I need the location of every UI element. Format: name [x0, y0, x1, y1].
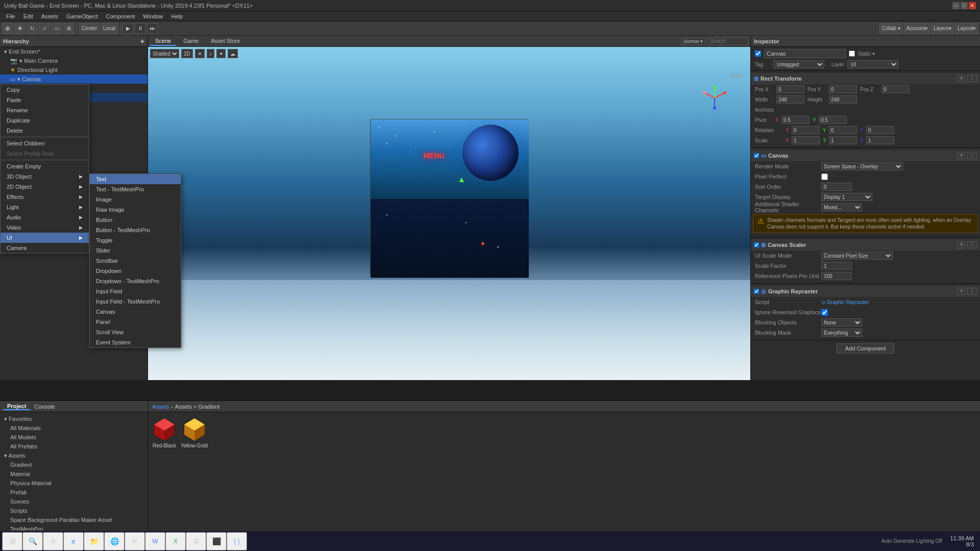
ui-scale-dropdown[interactable]: Constant Pixel Size [821, 252, 893, 260]
scale-factor-field[interactable] [821, 262, 852, 270]
toolbar-rect[interactable]: ▭ [51, 23, 62, 34]
lighting-btn[interactable]: ☀ [195, 49, 205, 58]
canvas-scaler-enable[interactable] [754, 242, 759, 247]
ctx-paste[interactable]: Paste [1, 95, 89, 105]
toolbar-move[interactable]: ✥ [14, 23, 26, 34]
console-tab[interactable]: Console [30, 404, 59, 410]
collab-btn[interactable]: Collab ▾ [879, 23, 903, 34]
play-btn[interactable]: ▶ [122, 23, 134, 34]
shader-channels-dropdown[interactable]: Mixed... [821, 203, 862, 211]
folder-assets[interactable]: ▾ Assets [2, 451, 145, 460]
folder-all-materials[interactable]: All Materials [2, 423, 145, 433]
pivot-y-field[interactable] [819, 116, 847, 124]
ui-slider[interactable]: Slider [90, 245, 181, 256]
hierarchy-directional-light[interactable]: ☀ Directional Light [0, 65, 148, 74]
canvas-enable[interactable] [754, 153, 759, 158]
layout-btn[interactable]: Layout▾ [955, 23, 978, 34]
width-field[interactable] [776, 95, 804, 104]
ui-raw-image[interactable]: Raw Image [90, 205, 181, 215]
menu-assets[interactable]: Assets [37, 12, 62, 20]
folder-gradient[interactable]: Gradient [2, 460, 145, 469]
menu-help[interactable]: Help [167, 12, 187, 20]
ctx-delete[interactable]: Delete [1, 126, 89, 136]
toolbar-center[interactable]: Center [79, 23, 100, 34]
folder-scenes[interactable]: Scenes [2, 497, 145, 506]
win-mail-btn[interactable]: ✉ [125, 532, 145, 550]
scale-x-field[interactable] [792, 136, 820, 144]
account-btn[interactable]: Account▾ [904, 23, 930, 34]
tab-asset-store[interactable]: Asset Store [206, 37, 245, 46]
project-tab[interactable]: Project [3, 403, 30, 410]
ctx-video[interactable]: Video ▶ [1, 222, 89, 233]
folder-scripts[interactable]: Scripts [2, 506, 145, 515]
ui-input-field-tmp[interactable]: Input Field - TextMeshPro [90, 296, 181, 307]
tag-dropdown[interactable]: Untagged [773, 60, 824, 68]
folder-material[interactable]: Material [2, 469, 145, 479]
rot-x-field[interactable] [792, 126, 820, 134]
win-chrome-btn[interactable]: 🌐 [104, 532, 125, 550]
scale-z-field[interactable] [866, 136, 894, 144]
assets-breadcrumb-gradient[interactable]: Assets > Gradient [175, 404, 220, 410]
ignore-reversed-cb[interactable] [821, 309, 828, 316]
canvas-question[interactable]: ? [958, 152, 965, 159]
ctx-effects[interactable]: Effects ▶ [1, 192, 89, 202]
folder-prefab[interactable]: Prefab [2, 488, 145, 497]
win-excel-btn[interactable]: X [165, 532, 186, 550]
height-field[interactable] [829, 95, 857, 104]
render-mode-dropdown[interactable]: Screen Space - Overlay [821, 162, 903, 170]
gr-question[interactable]: ? [958, 288, 965, 295]
ref-pixels-field[interactable] [821, 272, 852, 280]
toolbar-local[interactable]: Local [101, 23, 118, 34]
assets-breadcrumb-assets[interactable]: Assets [152, 404, 169, 410]
asset-red-black[interactable]: Red-Black [152, 416, 177, 448]
menu-file[interactable]: File [2, 12, 19, 20]
scene-gizmos[interactable]: Gizmos ▾ [681, 38, 705, 45]
step-btn[interactable]: ⏭ [147, 23, 158, 34]
canvas-header[interactable]: ▭ Canvas ? ⋮ [751, 150, 980, 161]
gr-enable[interactable] [754, 289, 759, 294]
hierarchy-canvas[interactable]: ▭ ▾ Canvas [0, 74, 148, 84]
toolbar-transform[interactable]: ⊕ [2, 23, 13, 34]
folder-physica[interactable]: Physica Material [2, 479, 145, 488]
win-word-btn[interactable]: W [145, 532, 165, 550]
blocking-obj-dropdown[interactable]: None [821, 318, 862, 327]
add-component-btn[interactable]: Add Component [837, 343, 895, 354]
win-unity-btn[interactable]: ⬛ [206, 532, 227, 550]
tab-scene[interactable]: Scene [150, 37, 176, 46]
rt-menu[interactable]: ⋮ [967, 75, 977, 82]
object-name-field[interactable] [764, 49, 846, 58]
graphic-raycaster-header[interactable]: ◎ Graphic Raycaster ? ⋮ [751, 286, 980, 297]
win-settings-btn[interactable]: ⚙ [186, 532, 206, 550]
ui-text-tmp[interactable]: Text - TextMeshPro [90, 184, 181, 194]
pixel-perfect-cb[interactable] [821, 173, 828, 180]
ctx-create-empty[interactable]: Create Empty [1, 161, 89, 171]
ctx-camera[interactable]: Camera [1, 243, 89, 253]
scene-search[interactable] [707, 37, 748, 45]
gr-menu[interactable]: ⋮ [967, 288, 977, 295]
hierarchy-plus[interactable]: + [140, 37, 144, 45]
menu-gameobject[interactable]: GameObject [62, 12, 102, 20]
folder-tmp[interactable]: TextMeshPro [2, 524, 145, 531]
scaler-menu[interactable]: ⋮ [967, 241, 977, 248]
layer-dropdown[interactable]: UI [847, 60, 898, 68]
ctx-duplicate[interactable]: Duplicate [1, 115, 89, 126]
ui-text[interactable]: Text [90, 174, 181, 184]
shading-dropdown[interactable]: Shaded [150, 49, 179, 58]
toolbar-combined[interactable]: ⊞ [63, 23, 75, 34]
win-vscode-btn[interactable]: { } [227, 532, 247, 550]
ctx-audio[interactable]: Audio ▶ [1, 212, 89, 222]
pivot-x-field[interactable] [781, 116, 810, 124]
ctx-light[interactable]: Light ▶ [1, 202, 89, 212]
ui-image[interactable]: Image [90, 194, 181, 205]
ui-scroll-view[interactable]: Scroll View [90, 327, 181, 337]
hierarchy-end-screen[interactable]: ▾ End Screen* [0, 47, 148, 56]
ui-dropdown[interactable]: Dropdown [90, 266, 181, 276]
folder-all-models[interactable]: All Models [2, 433, 145, 442]
rt-question[interactable]: ? [958, 75, 965, 82]
win-edge-btn[interactable]: e [63, 532, 84, 550]
sound-btn[interactable]: ♪ [207, 49, 214, 58]
active-checkbox[interactable] [755, 51, 761, 57]
toolbar-scale[interactable]: ⤢ [39, 23, 50, 34]
minimize-btn[interactable]: — [952, 2, 960, 9]
menu-component[interactable]: Component [102, 12, 139, 20]
